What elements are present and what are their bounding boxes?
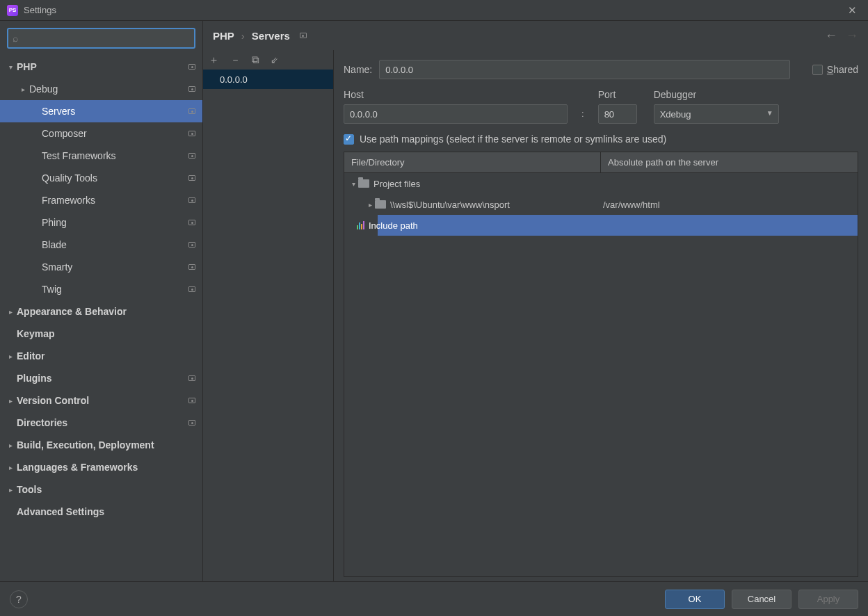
- column-absolute-path[interactable]: Absolute path on the server: [600, 152, 858, 172]
- chevron-down-icon: ▼: [766, 109, 773, 117]
- project-scope-badge: [188, 197, 195, 203]
- project-scope-badge: [188, 64, 195, 70]
- search-input-wrap[interactable]: ⌕: [7, 28, 195, 49]
- settings-sidebar: ⌕ ▾PHP▸DebugServersComposerTest Framewor…: [0, 21, 203, 581]
- sidebar-item-phing[interactable]: Phing: [0, 211, 202, 234]
- project-scope-badge: [188, 108, 195, 114]
- sidebar-item-twig[interactable]: Twig: [0, 278, 202, 300]
- app-icon: PS: [7, 5, 18, 16]
- project-scope-badge: [300, 33, 307, 38]
- tree-row-project-files[interactable]: ▾ Project files: [344, 173, 858, 194]
- name-label: Name:: [344, 64, 372, 75]
- port-label: Port: [598, 89, 640, 100]
- sidebar-item-label: Blade: [42, 239, 188, 250]
- debugger-value[interactable]: [654, 104, 779, 124]
- server-name: 0.0.0.0: [220, 74, 248, 85]
- sidebar-item-label: Servers: [42, 106, 188, 117]
- sidebar-item-label: Quality Tools: [42, 172, 188, 184]
- name-input[interactable]: [379, 60, 790, 79]
- remove-icon[interactable]: －: [230, 54, 241, 67]
- sidebar-item-label: Smarty: [42, 261, 188, 273]
- chevron-right-icon: ▸: [4, 464, 17, 471]
- sidebar-item-directories[interactable]: Directories: [0, 412, 202, 434]
- dialog-footer: ? OK Cancel Apply: [0, 581, 868, 616]
- sidebar-item-label: Phing: [42, 217, 188, 228]
- sidebar-item-quality-tools[interactable]: Quality Tools: [0, 167, 202, 189]
- sidebar-item-smarty[interactable]: Smarty: [0, 256, 202, 278]
- apply-button[interactable]: Apply: [798, 590, 858, 609]
- sidebar-item-label: Composer: [42, 128, 188, 139]
- host-port-separator: :: [581, 89, 584, 119]
- chevron-right-icon: ▸: [4, 397, 17, 405]
- sidebar-item-php[interactable]: ▾PHP: [0, 56, 202, 78]
- sidebar-item-label: Appearance & Behavior: [17, 306, 195, 317]
- project-scope-badge: [188, 375, 195, 381]
- project-scope-badge: [188, 286, 195, 292]
- sidebar-item-languages-frameworks[interactable]: ▸Languages & Frameworks: [0, 456, 202, 478]
- sidebar-item-build-execution-deployment[interactable]: ▸Build, Execution, Deployment: [0, 434, 202, 456]
- sidebar-item-debug[interactable]: ▸Debug: [0, 78, 202, 100]
- search-input[interactable]: [22, 33, 190, 44]
- sidebar-item-label: Frameworks: [42, 195, 188, 206]
- help-button[interactable]: ?: [10, 590, 28, 608]
- project-scope-badge: [188, 153, 195, 159]
- chevron-right-icon: ▸: [4, 486, 17, 494]
- sidebar-item-frameworks[interactable]: Frameworks: [0, 189, 202, 211]
- sidebar-item-advanced-settings[interactable]: Advanced Settings: [0, 501, 202, 523]
- debugger-select[interactable]: ▼: [654, 104, 779, 124]
- sidebar-item-label: Plugins: [17, 373, 188, 384]
- cancel-button[interactable]: Cancel: [732, 590, 791, 609]
- settings-tree: ▾PHP▸DebugServersComposerTest Frameworks…: [0, 53, 202, 581]
- debugger-label: Debugger: [654, 89, 779, 100]
- sidebar-item-label: Twig: [42, 284, 188, 295]
- sidebar-item-version-control[interactable]: ▸Version Control: [0, 389, 202, 412]
- breadcrumb-a[interactable]: PHP: [213, 30, 234, 42]
- host-input[interactable]: [344, 104, 568, 124]
- sidebar-item-plugins[interactable]: Plugins: [0, 367, 202, 389]
- shared-checkbox[interactable]: [812, 65, 823, 75]
- sidebar-item-blade[interactable]: Blade: [0, 234, 202, 256]
- use-path-mappings-checkbox[interactable]: [344, 134, 354, 145]
- server-list-item[interactable]: 0.0.0.0: [203, 70, 333, 89]
- port-input[interactable]: [598, 104, 637, 124]
- sidebar-item-label: Editor: [17, 350, 195, 362]
- nav-forward-icon[interactable]: →: [846, 29, 858, 43]
- use-path-mappings-label: Use path mappings (select if the server …: [360, 133, 666, 145]
- shared-label: Shared: [827, 64, 858, 75]
- add-icon[interactable]: ＋: [209, 54, 219, 67]
- import-icon[interactable]: ⇙: [271, 55, 278, 65]
- column-file-directory[interactable]: File/Directory: [344, 152, 600, 172]
- ok-button[interactable]: OK: [665, 590, 725, 609]
- tree-row-local-path[interactable]: ▸ \\wsl$\Ubuntu\var\www\nsport /var/www/…: [344, 194, 858, 215]
- sidebar-item-appearance-behavior[interactable]: ▸Appearance & Behavior: [0, 300, 202, 323]
- server-path-value[interactable]: /var/www/html: [596, 200, 853, 210]
- tree-row-include-path[interactable]: Include path: [344, 215, 858, 236]
- project-scope-badge: [188, 220, 195, 225]
- sidebar-item-label: PHP: [17, 61, 188, 72]
- titlebar: PS Settings ✕: [0, 0, 868, 21]
- project-scope-badge: [188, 398, 195, 403]
- sidebar-item-label: Keymap: [17, 328, 195, 339]
- sidebar-item-test-frameworks[interactable]: Test Frameworks: [0, 145, 202, 167]
- sidebar-item-composer[interactable]: Composer: [0, 122, 202, 145]
- sidebar-item-label: Version Control: [17, 395, 188, 406]
- sidebar-item-label: Test Frameworks: [42, 150, 188, 161]
- server-list-toolbar: ＋ － ⧉ ⇙: [203, 50, 333, 70]
- window-title: Settings: [24, 5, 56, 15]
- nav-back-icon[interactable]: ←: [825, 29, 837, 43]
- project-scope-badge: [188, 131, 195, 136]
- breadcrumb-row: PHP › Servers ← →: [203, 21, 868, 50]
- project-scope-badge: [188, 242, 195, 248]
- sidebar-item-editor[interactable]: ▸Editor: [0, 345, 202, 367]
- chevron-down-icon: ▾: [348, 180, 358, 188]
- breadcrumb: PHP › Servers: [213, 30, 307, 42]
- folder-icon: [358, 179, 369, 188]
- close-icon[interactable]: ✕: [844, 4, 861, 17]
- sidebar-item-keymap[interactable]: Keymap: [0, 323, 202, 345]
- chevron-right-icon: ›: [241, 30, 245, 42]
- project-files-label: Project files: [373, 179, 420, 189]
- sidebar-item-servers[interactable]: Servers: [0, 100, 202, 122]
- sidebar-item-tools[interactable]: ▸Tools: [0, 478, 202, 501]
- folder-icon: [375, 200, 386, 209]
- copy-icon[interactable]: ⧉: [252, 54, 259, 66]
